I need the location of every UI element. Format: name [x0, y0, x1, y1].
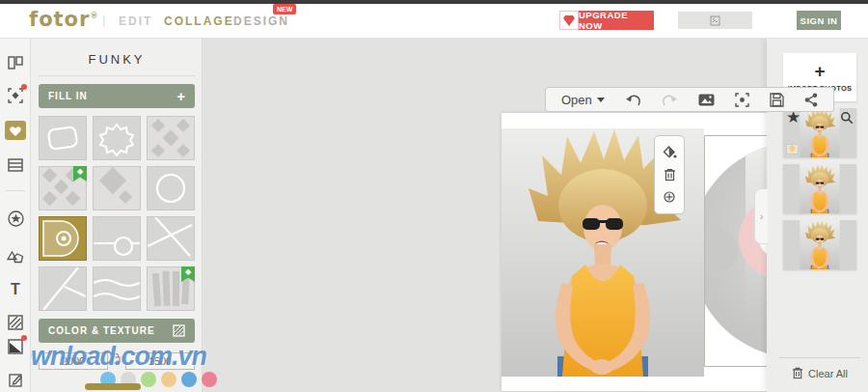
corner-frame-icon[interactable]	[7, 338, 24, 355]
move-target-icon[interactable]	[663, 190, 676, 204]
shapes-icon[interactable]	[7, 248, 24, 266]
gem-icon	[559, 11, 579, 30]
top-bar: fotor® | EDIT COLLAGE DESIGN NEW UPGRADE…	[0, 0, 868, 39]
magnifier-icon[interactable]	[840, 111, 854, 125]
swatch-red[interactable]	[202, 372, 217, 387]
scroll-indicator[interactable]	[85, 383, 141, 390]
template-disc-ring-active[interactable]	[39, 216, 87, 261]
funky-shapes-icon[interactable]	[5, 121, 26, 140]
sign-in-button[interactable]: SIGN IN	[797, 11, 841, 30]
template-rounded-frame[interactable]	[39, 116, 87, 160]
draw-edit-icon[interactable]	[7, 371, 24, 388]
upgrade-now-button[interactable]: UPGRADE NOW	[559, 11, 654, 30]
template-vertical-bars[interactable]: ◆	[147, 266, 195, 311]
focus-crop-button[interactable]	[735, 93, 749, 107]
fill-in-header[interactable]: FILL IN +	[39, 84, 195, 108]
new-badge: NEW	[273, 4, 296, 14]
template-waves[interactable]	[93, 266, 141, 311]
link-lock-icon[interactable]	[112, 353, 121, 364]
swatch-green[interactable]	[141, 372, 156, 387]
template-circle[interactable]	[147, 166, 195, 210]
swatch-orange[interactable]	[161, 372, 176, 387]
nav-edit[interactable]: EDIT	[119, 14, 152, 28]
funky-panel: FUNKY FILL IN + ◆	[31, 39, 203, 392]
template-diagonal-tee[interactable]	[39, 266, 87, 311]
template-diamond-grid[interactable]: ◆	[39, 166, 87, 210]
collapse-panel-tab[interactable]: ›	[754, 188, 768, 244]
texture-icon	[173, 324, 185, 337]
save-button[interactable]	[770, 93, 784, 107]
ad-placeholder	[678, 12, 752, 29]
photo-thumbnail-3[interactable]	[783, 220, 856, 269]
photo-thumbnail-2[interactable]	[783, 164, 856, 213]
text-tool-icon[interactable]: T	[7, 281, 24, 298]
sticker-thumb[interactable]	[786, 144, 799, 154]
smart-select-icon[interactable]	[7, 87, 24, 104]
canvas-toolbar: Open	[545, 87, 834, 112]
swatch-dark-blue[interactable]	[181, 372, 197, 387]
trash-icon	[792, 367, 803, 379]
fotor-logo[interactable]: fotor®	[29, 8, 98, 31]
template-rect-circle[interactable]	[93, 216, 141, 261]
template-sunburst[interactable]	[93, 116, 141, 160]
notification-dot	[21, 84, 27, 90]
tool-rail: T	[0, 39, 31, 392]
rail-divider	[6, 190, 25, 191]
template-double-diamond[interactable]	[93, 166, 141, 210]
template-diagonal-split[interactable]	[147, 216, 195, 261]
color-texture-header[interactable]: COLOR & TEXTURE	[39, 319, 195, 343]
canvas-width-input[interactable]	[39, 352, 108, 370]
expand-plus-icon[interactable]: +	[176, 88, 185, 104]
redo-button[interactable]	[662, 94, 678, 106]
browser-strip	[0, 0, 868, 4]
photo-thumbnail-1[interactable]: ★	[783, 108, 856, 157]
background-texture-icon[interactable]	[7, 314, 24, 331]
fotor-collage-app: fotor® | EDIT COLLAGE DESIGN NEW UPGRADE…	[0, 0, 868, 392]
undo-button[interactable]	[625, 94, 641, 106]
plus-icon: +	[814, 62, 825, 80]
stitching-icon[interactable]	[7, 156, 24, 174]
clear-all-button[interactable]: Clear All	[783, 367, 856, 379]
layout-templates-icon[interactable]	[7, 54, 24, 71]
canvas-height-input[interactable]	[125, 352, 195, 370]
nav-collage[interactable]: COLLAGE	[164, 14, 234, 28]
nav-divider: |	[102, 13, 105, 27]
share-icon[interactable]	[804, 93, 818, 107]
trash-icon[interactable]	[664, 168, 676, 182]
canvas-area: × Open	[203, 39, 767, 392]
panel-title: FUNKY	[31, 52, 203, 67]
chevron-down-icon	[597, 98, 605, 102]
notification-dot	[21, 335, 27, 341]
nav-design[interactable]: DESIGN	[233, 14, 289, 28]
broken-image-icon	[710, 15, 720, 26]
fill-bucket-icon[interactable]	[663, 146, 677, 159]
cell-mini-toolbar	[654, 135, 685, 214]
open-dropdown[interactable]: Open	[561, 93, 605, 107]
star-clipart-icon[interactable]	[7, 210, 24, 227]
divider	[39, 75, 195, 76]
image-button[interactable]	[698, 94, 715, 106]
divider	[779, 357, 860, 358]
template-diamond-cross[interactable]	[147, 116, 195, 160]
